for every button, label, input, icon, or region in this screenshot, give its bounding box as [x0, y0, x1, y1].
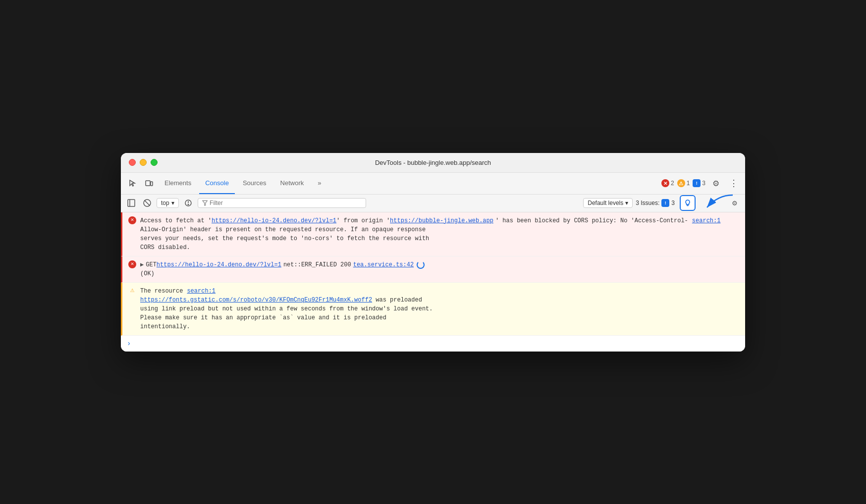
warning-icon-1: ⚠	[128, 287, 136, 295]
chevron-down-icon: ▾	[625, 200, 628, 206]
context-selector[interactable]: top ▾	[157, 198, 179, 208]
svg-rect-2	[128, 200, 135, 206]
settings-button[interactable]: ⚙	[708, 176, 723, 190]
error-badge: ✕ 2	[661, 179, 674, 187]
issues-icon: !	[661, 199, 669, 207]
devtools-window: DevTools - bubble-jingle.web.app/search …	[121, 153, 745, 352]
device-toolbar-btn[interactable]	[142, 176, 157, 190]
console-toolbar: top ▾ Default levels ▾ 3 Issues: ! 3	[121, 195, 745, 212]
tab-sources[interactable]: Sources	[237, 172, 272, 194]
filter-input[interactable]	[210, 200, 362, 206]
levels-selector[interactable]: Default levels ▾	[583, 198, 633, 208]
origin-url[interactable]: https://bubble-jingle.web.app	[390, 216, 493, 225]
toolbar-right: ✕ 2 ⚠ 1 ! 3 ⚙ ⋮	[661, 176, 741, 190]
get-error-text: ▶ GET https://hello-io-24.deno.dev/?lvl=…	[140, 260, 739, 278]
minimize-button[interactable]	[140, 159, 147, 166]
cursor-icon-btn[interactable]	[125, 176, 140, 190]
warning-source-link[interactable]: search:1	[187, 287, 216, 296]
triangle-icon: ▶	[140, 260, 144, 269]
issue-badge: ! 3	[693, 179, 705, 187]
preload-warning-text: The resource search:1 https://fonts.gsta…	[140, 287, 739, 331]
issues-badge-group: 3 Issues: ! 3	[636, 199, 675, 207]
console-entry-get-error: ✕ ▶ GET https://hello-io-24.deno.dev/?lv…	[121, 256, 745, 283]
error-icon: ✕	[661, 179, 669, 187]
window-title: DevTools - bubble-jingle.web.app/search	[375, 159, 491, 166]
console-content: ✕ Access to fetch at 'https://hello-io-2…	[121, 212, 745, 352]
svg-rect-0	[146, 181, 150, 186]
main-toolbar: Elements Console Sources Network » ✕ 2 ⚠…	[121, 173, 745, 195]
tea-service-link[interactable]: tea.service.ts:42	[353, 260, 414, 269]
chevron-down-icon: ▾	[171, 200, 174, 206]
svg-line-5	[145, 201, 150, 206]
live-expressions-btn[interactable]	[182, 197, 195, 209]
console-insights-btn[interactable]	[680, 195, 696, 211]
more-options-button[interactable]: ⋮	[726, 176, 741, 190]
tab-elements[interactable]: Elements	[159, 172, 197, 194]
reload-icon	[417, 261, 425, 269]
warning-icon: ⚠	[677, 179, 685, 187]
console-settings-btn[interactable]: ⚙	[728, 197, 741, 209]
cors-error-url[interactable]: https://hello-io-24.deno.dev/?lvl=1	[212, 216, 336, 225]
console-entry-cors-error: ✕ Access to fetch at 'https://hello-io-2…	[121, 212, 745, 256]
filter-input-box[interactable]	[198, 198, 366, 208]
maximize-button[interactable]	[151, 159, 158, 166]
cors-error-text: Access to fetch at 'https://hello-io-24.…	[140, 216, 739, 252]
warning-badge: ⚠ 1	[677, 179, 690, 187]
svg-rect-1	[151, 182, 153, 186]
filter-icon	[202, 200, 208, 206]
console-entry-preload-warning: ⚠ The resource search:1 https://fonts.gs…	[121, 283, 745, 336]
get-error-url[interactable]: https://hello-io-24.deno.dev/?lvl=1	[157, 260, 281, 269]
svg-point-8	[188, 204, 189, 205]
svg-marker-9	[203, 201, 208, 205]
prompt-arrow-icon: ›	[127, 340, 131, 348]
error-icon-2: ✕	[128, 260, 136, 268]
tab-console[interactable]: Console	[199, 172, 235, 194]
clear-console-btn[interactable]	[141, 197, 154, 209]
tab-network[interactable]: Network	[274, 172, 310, 194]
close-button[interactable]	[129, 159, 136, 166]
traffic-lights	[129, 159, 158, 166]
cors-source-link[interactable]: search:1	[692, 216, 721, 225]
issue-icon: !	[693, 179, 701, 187]
title-bar: DevTools - bubble-jingle.web.app/search	[121, 153, 745, 173]
sidebar-toggle-btn[interactable]	[125, 197, 138, 209]
lightbulb-icon	[684, 199, 692, 207]
console-prompt[interactable]: ›	[121, 336, 745, 352]
font-url[interactable]: https://fonts.gstatic.com/s/roboto/v30/K…	[140, 297, 372, 303]
error-icon-1: ✕	[128, 216, 136, 224]
tab-more[interactable]: »	[312, 172, 327, 194]
